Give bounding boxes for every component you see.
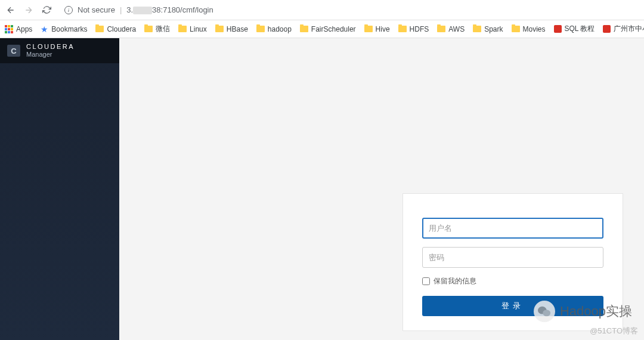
apps-button[interactable]: Apps bbox=[5, 25, 32, 33]
folder-icon bbox=[215, 26, 224, 32]
star-icon: ★ bbox=[41, 24, 48, 34]
logo-icon: C bbox=[7, 45, 20, 57]
username-input[interactable] bbox=[422, 218, 603, 239]
bookmark-bookmarks[interactable]: ★ Bookmarks bbox=[41, 24, 87, 34]
folder-icon bbox=[437, 26, 445, 32]
bookmark-folder-hdfs[interactable]: HDFS bbox=[398, 25, 429, 33]
brand-subtitle: Manager bbox=[26, 51, 75, 58]
browser-nav-bar: i Not secure | 3.38:7180/cmf/login bbox=[0, 0, 644, 20]
site-info-icon[interactable]: i bbox=[64, 6, 73, 14]
folder-icon bbox=[144, 26, 153, 32]
folder-icon bbox=[256, 26, 265, 32]
watermark-corner-text: @51CTO博客 bbox=[590, 326, 638, 336]
bookmark-folder-spark[interactable]: Spark bbox=[473, 25, 503, 33]
bookmark-folder-movies[interactable]: Movies bbox=[512, 25, 546, 33]
url-text: 3.38:7180/cmf/login bbox=[126, 5, 213, 14]
bookmark-folder-wechat[interactable]: 微信 bbox=[144, 24, 170, 34]
url-separator: | bbox=[120, 5, 122, 14]
folder-icon bbox=[300, 26, 308, 32]
wechat-icon bbox=[534, 301, 555, 322]
folder-icon bbox=[473, 26, 481, 32]
remember-checkbox[interactable] bbox=[422, 277, 430, 285]
folder-icon bbox=[398, 26, 407, 32]
bookmark-folder-fairscheduler[interactable]: FairScheduler bbox=[300, 25, 356, 33]
folder-icon bbox=[512, 26, 520, 32]
back-button[interactable] bbox=[5, 4, 17, 16]
bookmarks-bar: Apps ★ Bookmarks Cloudera 微信 Linux HBase… bbox=[0, 20, 644, 38]
address-bar[interactable]: i Not secure | 3.38:7180/cmf/login bbox=[58, 3, 639, 17]
apps-icon bbox=[5, 25, 13, 33]
site-icon bbox=[554, 25, 562, 33]
reload-button[interactable] bbox=[41, 4, 52, 16]
watermark-bubble-text: Hadoop实操 bbox=[560, 302, 632, 320]
brand-title: CLOUDERA bbox=[26, 44, 75, 50]
folder-icon bbox=[95, 26, 104, 32]
bookmark-folder-hbase[interactable]: HBase bbox=[215, 25, 248, 33]
remember-label: 保留我的信息 bbox=[434, 276, 476, 286]
main-content: 保留我的信息 登录 Hadoop实操 @51CTO博客 bbox=[119, 38, 644, 340]
app-viewport: C CLOUDERA Manager 保留我的信息 登录 Hadoop实操 @5… bbox=[0, 38, 644, 340]
security-status: Not secure bbox=[78, 5, 115, 14]
folder-icon bbox=[364, 26, 373, 32]
bookmark-folder-hadoop[interactable]: hadoop bbox=[256, 25, 292, 33]
folder-icon bbox=[178, 26, 187, 32]
bookmark-folder-hive[interactable]: Hive bbox=[364, 25, 390, 33]
bookmark-folder-linux[interactable]: Linux bbox=[178, 25, 207, 33]
bookmark-folder-cloudera[interactable]: Cloudera bbox=[95, 25, 136, 33]
svg-point-2 bbox=[543, 310, 550, 316]
bookmark-sql[interactable]: SQL 教程 bbox=[554, 24, 595, 34]
bookmark-folder-aws[interactable]: AWS bbox=[437, 25, 465, 33]
site-icon bbox=[603, 25, 611, 33]
watermark-bubble: Hadoop实操 bbox=[534, 301, 632, 322]
password-input[interactable] bbox=[422, 247, 603, 268]
bookmark-gz[interactable]: 广州市中小客车指... bbox=[603, 24, 644, 34]
sidebar-header[interactable]: C CLOUDERA Manager bbox=[0, 38, 119, 63]
forward-button[interactable] bbox=[23, 4, 35, 16]
sidebar: C CLOUDERA Manager bbox=[0, 38, 119, 340]
remember-me-row[interactable]: 保留我的信息 bbox=[422, 276, 603, 286]
url-redacted bbox=[133, 7, 152, 14]
